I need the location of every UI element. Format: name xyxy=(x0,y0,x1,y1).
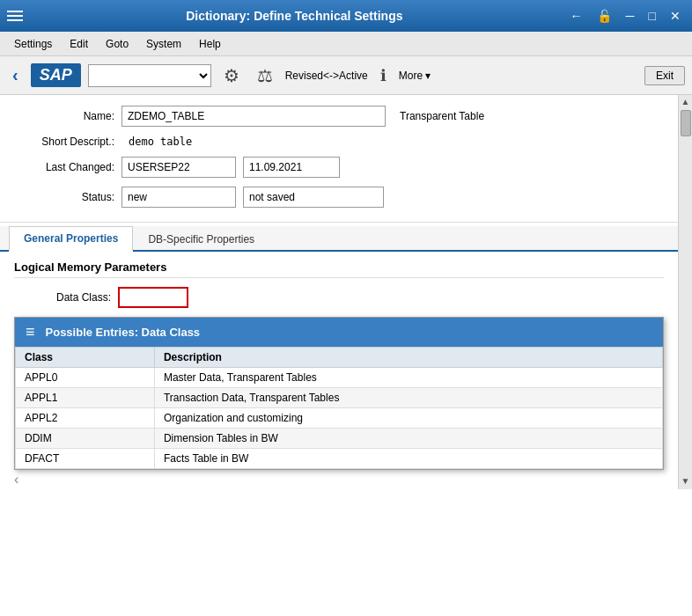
title-bar-right: ← 🔓 ─ □ ✕ xyxy=(566,7,685,25)
cell-class: APPL0 xyxy=(16,368,155,388)
cell-description: Transaction Data, Transparent Tables xyxy=(154,388,662,408)
data-class-input[interactable] xyxy=(118,287,188,308)
table-row[interactable]: APPL1Transaction Data, Transparent Table… xyxy=(16,388,663,408)
scrollbar: ▲ ▼ xyxy=(678,95,692,489)
status-saved[interactable] xyxy=(243,187,384,208)
scroll-down-arrow[interactable]: ▼ xyxy=(680,474,692,488)
data-class-row: Data Class: xyxy=(14,287,664,308)
name-row: Name: Transparent Table xyxy=(18,106,660,127)
last-changed-row: Last Changed: xyxy=(18,157,660,178)
cell-description: Organization and customizing xyxy=(154,408,662,429)
left-nav-arrow[interactable]: ‹ xyxy=(14,472,18,488)
data-class-label: Data Class: xyxy=(14,291,111,304)
menu-goto[interactable]: Goto xyxy=(99,36,136,52)
cell-description: Facts Table in BW xyxy=(154,449,662,469)
hamburger-menu[interactable] xyxy=(7,11,23,21)
name-label: Name: xyxy=(18,110,114,122)
dropdown-menu-icon[interactable]: ≡ xyxy=(26,323,35,341)
more-btn[interactable]: More ▾ xyxy=(399,70,431,82)
cell-class: DFACT xyxy=(16,449,155,469)
lock-icon[interactable]: 🔓 xyxy=(593,7,616,25)
general-properties-section: Logical Memory Parameters Data Class: xyxy=(0,252,678,317)
status-label: Status: xyxy=(18,191,114,203)
sap-logo: SAP xyxy=(31,63,81,87)
revised-active-btn[interactable]: Revised<->Active xyxy=(285,70,368,82)
menu-system[interactable]: System xyxy=(139,36,188,52)
balance-icon[interactable]: ⚖ xyxy=(252,63,278,88)
nav-select[interactable] xyxy=(88,64,211,87)
main-area: Name: Transparent Table Short Descript.:… xyxy=(0,95,692,489)
tab-bar: General Properties DB-Specific Propertie… xyxy=(0,226,678,252)
table-row[interactable]: DDIMDimension Tables in BW xyxy=(16,429,663,449)
menu-help[interactable]: Help xyxy=(192,36,228,52)
exit-button[interactable]: Exit xyxy=(644,66,685,85)
col-description: Description xyxy=(154,348,662,368)
short-desc-label: Short Descript.: xyxy=(18,136,114,148)
title-bar-left xyxy=(7,11,23,21)
last-changed-date[interactable] xyxy=(243,157,340,178)
menu-settings[interactable]: Settings xyxy=(7,36,59,52)
title-bar: Dictionary: Define Technical Settings ← … xyxy=(0,0,692,32)
section-title: Logical Memory Parameters xyxy=(14,260,664,278)
short-desc-row: Short Descript.: demo table xyxy=(18,136,660,148)
tab-general[interactable]: General Properties xyxy=(9,226,133,252)
table-type: Transparent Table xyxy=(400,110,484,122)
dropdown-title: Possible Entries: Data Class xyxy=(46,326,201,339)
short-desc-value: demo table xyxy=(129,136,192,148)
table-row[interactable]: APPL0Master Data, Transparent Tables xyxy=(16,368,663,388)
dropdown-popup: ≡ Possible Entries: Data Class Class Des… xyxy=(14,317,664,470)
scroll-thumb[interactable] xyxy=(681,110,691,136)
last-changed-label: Last Changed: xyxy=(18,161,114,173)
content-area: Name: Transparent Table Short Descript.:… xyxy=(0,95,678,489)
cell-description: Dimension Tables in BW xyxy=(154,429,662,449)
table-row[interactable]: DFACTFacts Table in BW xyxy=(16,449,663,469)
status-input[interactable] xyxy=(121,187,236,208)
cell-class: APPL2 xyxy=(16,408,155,429)
last-changed-user[interactable] xyxy=(121,157,236,178)
tab-db-specific[interactable]: DB-Specific Properties xyxy=(133,227,269,252)
minimize-btn[interactable]: ─ xyxy=(622,7,639,25)
back-button[interactable]: ‹ xyxy=(7,63,24,87)
dropdown-table: Class Description APPL0Master Data, Tran… xyxy=(15,347,663,469)
menu-edit[interactable]: Edit xyxy=(63,36,95,52)
form-section: Name: Transparent Table Short Descript.:… xyxy=(0,95,678,223)
menu-bar: Settings Edit Goto System Help xyxy=(0,32,692,56)
nav-back-btn[interactable]: ← xyxy=(566,7,587,25)
cell-class: APPL1 xyxy=(16,388,155,408)
status-row: Status: xyxy=(18,187,660,208)
window-title: Dictionary: Define Technical Settings xyxy=(23,9,566,23)
cell-class: DDIM xyxy=(16,429,155,449)
info-icon[interactable]: ℹ xyxy=(375,64,392,87)
cell-description: Master Data, Transparent Tables xyxy=(154,368,662,388)
scroll-up-arrow[interactable]: ▲ xyxy=(680,95,692,108)
maximize-btn[interactable]: □ xyxy=(644,7,660,25)
close-btn[interactable]: ✕ xyxy=(666,7,685,25)
bottom-indicator: ‹ xyxy=(0,470,678,489)
toolbar: ‹ SAP ⚙ ⚖ Revised<->Active ℹ More ▾ Exit xyxy=(0,56,692,95)
table-row[interactable]: APPL2Organization and customizing xyxy=(16,408,663,429)
col-class: Class xyxy=(16,348,155,368)
name-input[interactable] xyxy=(121,106,386,127)
settings-icon[interactable]: ⚙ xyxy=(218,63,245,88)
dropdown-header: ≡ Possible Entries: Data Class xyxy=(15,318,663,347)
